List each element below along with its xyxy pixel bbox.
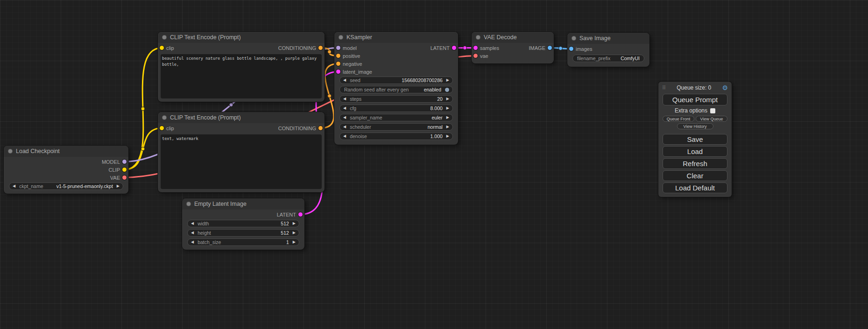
drag-handle-icon[interactable]: ⠿ [662, 85, 666, 91]
gear-icon[interactable]: ⚙ [722, 84, 728, 91]
port-model-input[interactable] [336, 46, 340, 50]
toggle-on-indicator[interactable] [445, 88, 449, 92]
sampler-name-widget[interactable]: ◀ sampler_name euler ▶ [339, 114, 453, 121]
ckpt-name-widget[interactable]: ◀ ckpt_name v1-5-pruned-emaonly.ckpt ▶ [9, 182, 123, 190]
graph-canvas[interactable]: Load Checkpoint MODEL CLIP VAE ◀ ckpt_na… [0, 0, 868, 329]
node-empty-latent-image[interactable]: Empty Latent Image LATENT ◀ width 512 ▶ … [182, 198, 304, 250]
port-conditioning-output[interactable] [318, 126, 323, 130]
increment-arrow-icon[interactable]: ▶ [446, 78, 449, 82]
node-title-bar[interactable]: KSampler [334, 32, 458, 43]
port-conditioning-output[interactable] [318, 46, 323, 50]
port-model-output[interactable] [122, 160, 127, 164]
decrement-arrow-icon[interactable]: ◀ [13, 184, 15, 188]
input-label-clip: clip [166, 45, 174, 51]
node-title-bar[interactable]: VAE Decode [472, 32, 554, 43]
node-title-bar[interactable]: CLIP Text Encode (Prompt) [158, 32, 325, 43]
decrement-arrow-icon[interactable]: ◀ [343, 125, 346, 129]
queue-front-button[interactable]: Queue Front [663, 116, 694, 122]
collapse-dot-icon[interactable] [186, 202, 191, 206]
decrement-arrow-icon[interactable]: ◀ [191, 222, 194, 225]
port-image-output[interactable] [548, 46, 552, 50]
view-queue-button[interactable]: View Queue [696, 116, 727, 122]
node-vae-decode[interactable]: VAE Decode samples IMAGE vae [472, 32, 554, 63]
clear-button[interactable]: Clear [663, 170, 727, 181]
port-latent-output[interactable] [298, 212, 303, 217]
random-seed-toggle-widget[interactable]: Random seed after every gen enabled [339, 86, 453, 93]
node-title-bar[interactable]: Empty Latent Image [182, 198, 304, 210]
collapse-dot-icon[interactable] [8, 149, 13, 154]
prompt-textarea[interactable]: text, watermark [161, 134, 322, 189]
widget-label: height [198, 230, 211, 236]
save-button[interactable]: Save [663, 134, 727, 145]
port-samples-input[interactable] [473, 46, 478, 50]
node-title-bar[interactable]: Save Image [567, 33, 649, 44]
decrement-arrow-icon[interactable]: ◀ [191, 240, 194, 244]
port-images-input[interactable] [569, 47, 573, 51]
node-title-bar[interactable]: CLIP Text Encode (Prompt) [158, 112, 325, 123]
node-clip-text-encode-negative[interactable]: CLIP Text Encode (Prompt) clip CONDITION… [158, 112, 325, 192]
port-positive-input[interactable] [336, 54, 340, 58]
collapse-dot-icon[interactable] [339, 35, 343, 40]
denoise-widget[interactable]: ◀ denoise 1.000 ▶ [339, 133, 453, 140]
decrement-arrow-icon[interactable]: ◀ [343, 116, 346, 119]
link-midpoint-dot [141, 107, 145, 111]
steps-widget[interactable]: ◀ steps 20 ▶ [339, 95, 453, 103]
refresh-button[interactable]: Refresh [663, 158, 727, 169]
increment-arrow-icon[interactable]: ▶ [293, 231, 296, 235]
widget-value: 8.000 [430, 105, 443, 111]
increment-arrow-icon[interactable]: ▶ [446, 125, 449, 129]
queue-prompt-button[interactable]: Queue Prompt [663, 94, 727, 105]
increment-arrow-icon[interactable]: ▶ [446, 106, 449, 110]
increment-arrow-icon[interactable]: ▶ [117, 184, 120, 188]
batch-size-widget[interactable]: ◀ batch_size 1 ▶ [187, 238, 299, 246]
port-negative-input[interactable] [336, 62, 340, 66]
decrement-arrow-icon[interactable]: ◀ [343, 134, 346, 138]
view-history-button[interactable]: View History [677, 123, 713, 129]
port-vae-input[interactable] [473, 54, 478, 58]
filename-prefix-widget[interactable]: filename_prefix ComfyUI [572, 55, 644, 62]
increment-arrow-icon[interactable]: ▶ [446, 116, 449, 119]
decrement-arrow-icon[interactable]: ◀ [343, 106, 346, 110]
prompt-textarea[interactable]: beautiful scenery nature glass bottle la… [161, 54, 322, 98]
node-save-image[interactable]: Save Image images filename_prefix ComfyU… [567, 33, 649, 67]
collapse-dot-icon[interactable] [476, 35, 480, 40]
node-ksampler[interactable]: KSampler model LATENT positive negative … [334, 32, 458, 145]
extra-options-checkbox[interactable] [710, 108, 715, 113]
height-widget[interactable]: ◀ height 512 ▶ [187, 229, 299, 237]
widget-value: 1.000 [430, 133, 443, 139]
port-clip-input[interactable] [160, 126, 164, 130]
output-row: MODEL [4, 158, 128, 166]
collapse-dot-icon[interactable] [162, 35, 167, 40]
decrement-arrow-icon[interactable]: ◀ [343, 78, 346, 82]
port-clip-output[interactable] [122, 168, 127, 172]
collapse-dot-icon[interactable] [572, 36, 576, 41]
node-load-checkpoint[interactable]: Load Checkpoint MODEL CLIP VAE ◀ ckpt_na… [4, 146, 128, 194]
increment-arrow-icon[interactable]: ▶ [293, 222, 296, 225]
seed-widget[interactable]: ◀ seed 156680208700286 ▶ [339, 77, 453, 84]
input-label-positive: positive [343, 53, 360, 59]
node-title-bar[interactable]: Load Checkpoint [4, 146, 128, 157]
increment-arrow-icon[interactable]: ▶ [446, 97, 449, 101]
output-label-conditioning: CONDITIONING [278, 45, 316, 51]
collapse-dot-icon[interactable] [162, 115, 167, 120]
port-vae-output[interactable] [122, 175, 127, 180]
link-midpoint-dot [559, 47, 563, 50]
slot-row: clip CONDITIONING [158, 44, 325, 52]
output-label-latent: LATENT [430, 45, 450, 51]
cfg-widget[interactable]: ◀ cfg 8.000 ▶ [339, 105, 453, 112]
scheduler-widget[interactable]: ◀ scheduler normal ▶ [339, 123, 453, 131]
decrement-arrow-icon[interactable]: ◀ [343, 97, 346, 101]
node-clip-text-encode-positive[interactable]: CLIP Text Encode (Prompt) clip CONDITION… [158, 32, 325, 102]
load-default-button[interactable]: Load Default [663, 182, 727, 193]
port-clip-input[interactable] [160, 46, 164, 50]
port-latent-image-input[interactable] [336, 70, 340, 74]
load-button[interactable]: Load [663, 146, 727, 157]
width-widget[interactable]: ◀ width 512 ▶ [187, 220, 299, 227]
output-label-vae: VAE [110, 175, 120, 181]
increment-arrow-icon[interactable]: ▶ [293, 240, 296, 244]
increment-arrow-icon[interactable]: ▶ [446, 134, 449, 138]
node-title: CLIP Text Encode (Prompt) [170, 34, 241, 41]
port-latent-output[interactable] [452, 46, 456, 50]
decrement-arrow-icon[interactable]: ◀ [191, 231, 194, 235]
widget-label: sampler_name [350, 115, 382, 120]
